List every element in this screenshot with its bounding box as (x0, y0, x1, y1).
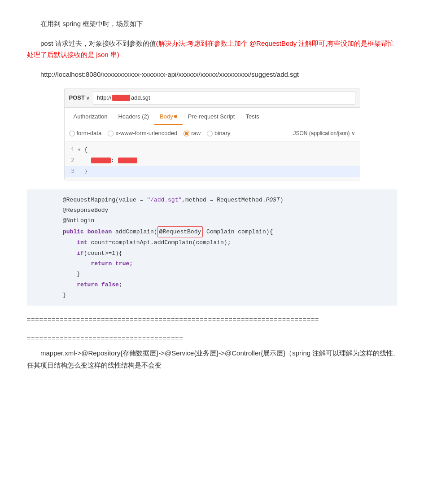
intro-section: 在用到 spring 框架中时，场景如下 (27, 18, 397, 30)
code-line-return-true: return true; (63, 259, 390, 269)
body-dot (174, 115, 177, 118)
code-line-close-if: } (63, 269, 390, 279)
close-method-line: } (63, 292, 66, 298)
tab-pre-request[interactable]: Pre-request Script (183, 110, 240, 125)
option-raw[interactable]: raw (184, 128, 201, 138)
tab-prerequest-label: Pre-request Script (188, 113, 235, 120)
code-editor[interactable]: 1 ▼ { 2 : 3 } (65, 142, 360, 180)
method-label: POST (69, 93, 85, 103)
post-request-section: post 请求过去，对象接收不到参数的值(解决办法:考虑到在参数上加个 @Req… (27, 38, 397, 61)
count-line: int count=complainApi.addComplain(compla… (63, 239, 231, 246)
line-num-1: 1 (65, 145, 78, 154)
radio-form-data[interactable] (69, 131, 75, 136)
url-redacted-part (112, 95, 130, 101)
method-signature: public boolean addComplain(@RequestBody … (63, 228, 273, 235)
annotation-notlogin: @NotLogin (63, 217, 94, 224)
url-suffix: add.sgt (131, 93, 150, 103)
tab-body[interactable]: Body (154, 110, 183, 125)
body-options-bar: form-data x-www-form-urlencoded raw bina… (65, 125, 360, 142)
java-code-block: @RequestMapping(value = "/add.sgt",metho… (27, 189, 397, 306)
method-chevron-icon: ∨ (86, 94, 89, 102)
option-urlencoded[interactable]: x-www-form-urlencoded (108, 128, 177, 138)
requestbody-highlight: @RequestBody (157, 226, 203, 237)
tab-authorization[interactable]: Authorization (68, 110, 113, 125)
code-line-return-false: return false; (63, 280, 390, 290)
tab-tests[interactable]: Tests (240, 110, 264, 125)
tab-body-label: Body (160, 113, 173, 120)
code-line-responsebody: @ResponseBody (63, 205, 390, 215)
postman-url-bar[interactable]: http:// add.sgt (93, 91, 355, 105)
postman-top-bar: POST ∨ http:// add.sgt (65, 88, 360, 108)
redacted-key (91, 158, 111, 163)
bottom-description: mapper.xml->@Repository{存储数据层}->@Service… (27, 347, 397, 371)
tab-headers[interactable]: Headers (2) (113, 110, 154, 125)
return-false-line: return false; (63, 281, 122, 288)
line-toggle-1[interactable]: ▼ (78, 146, 84, 154)
url-section: http://localhost:8080/xxxxxxxxxxx-xxxxxx… (27, 69, 397, 80)
code-line-method-sig: public boolean addComplain(@RequestBody … (63, 226, 390, 237)
postman-widget: POST ∨ http:// add.sgt Authorization Hea… (64, 88, 360, 180)
json-type-label: JSON (application/json) (293, 129, 350, 138)
label-binary: binary (214, 128, 230, 138)
code-line-close-method: } (63, 290, 390, 300)
url-text: http://localhost:8080/xxxxxxxxxxx-xxxxxx… (27, 69, 397, 80)
postman-method[interactable]: POST ∨ (69, 93, 89, 103)
url-prefix: http:// (97, 93, 112, 103)
json-type-dropdown[interactable]: JSON (application/json) ∨ (293, 129, 355, 138)
radio-binary[interactable] (207, 131, 213, 136)
option-form-data[interactable]: form-data (69, 128, 102, 138)
if-line: if(count>=1){ (63, 250, 122, 257)
label-form-data: form-data (77, 128, 102, 138)
postman-tabs: Authorization Headers (2) Body Pre-reque… (65, 108, 360, 125)
code-line-1: 1 ▼ { (65, 145, 360, 155)
separator-line-1: ========================================… (27, 315, 397, 325)
tab-headers-label: Headers (2) (118, 113, 149, 120)
code-line-if: if(count>=1){ (63, 248, 390, 259)
radio-urlencoded[interactable] (108, 131, 114, 136)
separator-line-2: ====================================== (27, 333, 397, 344)
code-line-notlogin: @NotLogin (63, 215, 390, 226)
post-request-text: post 请求过去，对象接收不到参数的值(解决办法:考虑到在参数上加个 @Req… (27, 38, 397, 61)
tab-tests-label: Tests (245, 113, 259, 120)
return-true-line: return true; (63, 260, 133, 267)
line-num-2: 2 (65, 156, 78, 165)
redacted-val (118, 158, 138, 163)
annotation-responsebody: @ResponseBody (63, 207, 108, 214)
option-binary[interactable]: binary (207, 128, 230, 138)
post-text-normal: post 请求过去，对象接收不到参数的值 (40, 39, 156, 47)
annotation-requestmapping: @RequestMapping(value = "/add.sgt",metho… (63, 197, 284, 203)
label-urlencoded: x-www-form-urlencoded (115, 128, 177, 138)
line-content-2: : (84, 156, 360, 166)
radio-raw[interactable] (184, 131, 189, 136)
tab-authorization-label: Authorization (74, 113, 108, 120)
intro-line1: 在用到 spring 框架中时，场景如下 (27, 18, 397, 30)
code-line-requestmapping: @RequestMapping(value = "/add.sgt",metho… (63, 195, 390, 205)
code-line-count: int count=complainApi.addComplain(compla… (63, 237, 390, 248)
label-raw: raw (191, 128, 201, 138)
code-line-2: 2 : (65, 155, 360, 166)
line-content-3: } (84, 167, 360, 176)
line-content-1: { (84, 145, 360, 155)
colon-sep: : (111, 157, 118, 164)
code-line-3: 3 } (65, 166, 360, 177)
dropdown-chevron-icon: ∨ (351, 129, 355, 138)
close-if-line: } (63, 271, 80, 277)
line-num-3: 3 (65, 167, 78, 176)
